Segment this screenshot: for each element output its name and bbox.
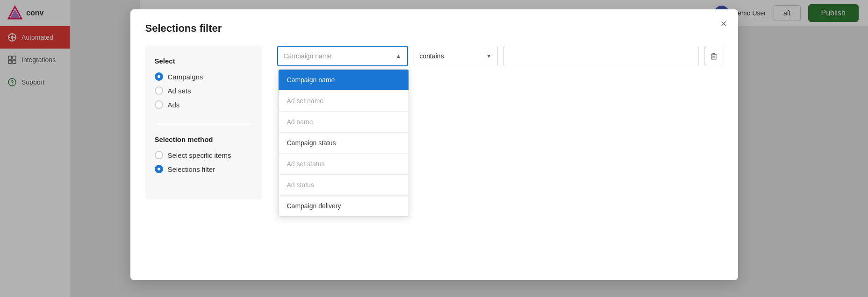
- dropdown-item-ad-set-name[interactable]: Ad set name: [279, 91, 409, 112]
- filter-row: Campaign name ▲ Campaign name Ad set nam…: [277, 46, 723, 66]
- selection-method-section: Selection method Select specific items S…: [155, 135, 253, 173]
- dropdown-item-campaign-delivery[interactable]: Campaign delivery: [279, 196, 409, 216]
- field-dropdown-trigger[interactable]: Campaign name ▲ Campaign name Ad set nam…: [277, 46, 408, 66]
- radio-campaigns[interactable]: Campaigns: [155, 72, 253, 81]
- right-panel: Campaign name ▲ Campaign name Ad set nam…: [277, 46, 723, 199]
- modal-overlay: Selections filter × Select Campaigns: [0, 0, 868, 297]
- dropdown-item-ad-name[interactable]: Ad name: [279, 112, 409, 133]
- field-dropdown-placeholder: Campaign name: [284, 52, 332, 60]
- condition-dropdown[interactable]: contains ▼: [414, 46, 498, 66]
- divider: [155, 124, 253, 124]
- radio-ad-sets-label: Ad sets: [168, 87, 191, 95]
- modal-title: Selections filter: [145, 22, 723, 35]
- svg-rect-15: [710, 54, 717, 55]
- left-panel: Select Campaigns Ad sets: [145, 46, 262, 199]
- dropdown-item-ad-status[interactable]: Ad status: [279, 175, 409, 196]
- trash-icon: [710, 52, 717, 60]
- dropdown-item-ad-set-status[interactable]: Ad set status: [279, 154, 409, 175]
- radio-campaigns-label: Campaigns: [168, 73, 203, 81]
- filter-text-input[interactable]: [503, 46, 699, 66]
- svg-rect-14: [712, 53, 715, 54]
- dropdown-item-campaign-status[interactable]: Campaign status: [279, 133, 409, 154]
- radio-ads[interactable]: Ads: [155, 100, 253, 109]
- condition-chevron-icon: ▼: [487, 53, 492, 59]
- radio-filter-label: Selections filter: [168, 165, 215, 173]
- method-radio-group: Select specific items Selections filter: [155, 151, 253, 173]
- radio-specific-label: Select specific items: [168, 151, 231, 159]
- radio-ads-label: Ads: [168, 101, 180, 109]
- select-section: Select Campaigns Ad sets: [155, 57, 253, 109]
- modal-close-button[interactable]: ×: [721, 19, 727, 29]
- modal-dialog: Selections filter × Select Campaigns: [130, 9, 738, 280]
- select-section-title: Select: [155, 57, 253, 65]
- radio-specific-items[interactable]: Select specific items: [155, 151, 253, 159]
- radio-ad-sets[interactable]: Ad sets: [155, 86, 253, 95]
- method-section-title: Selection method: [155, 135, 253, 143]
- radio-ad-sets-indicator: [155, 86, 163, 95]
- modal-body: Select Campaigns Ad sets: [145, 46, 723, 199]
- radio-filter-indicator: [155, 165, 163, 173]
- condition-value: contains: [420, 52, 444, 60]
- chevron-up-icon: ▲: [396, 53, 402, 59]
- radio-specific-indicator: [155, 151, 163, 159]
- radio-campaigns-indicator: [155, 72, 163, 81]
- dropdown-scroll-area[interactable]: Campaign name Ad set name Ad name Campai…: [279, 70, 409, 216]
- dropdown-item-campaign-name[interactable]: Campaign name: [279, 70, 409, 91]
- select-radio-group: Campaigns Ad sets Ads: [155, 72, 253, 109]
- delete-filter-button[interactable]: [704, 46, 723, 66]
- field-dropdown-menu: Campaign name Ad set name Ad name Campai…: [278, 69, 409, 217]
- radio-selections-filter[interactable]: Selections filter: [155, 165, 253, 173]
- radio-ads-indicator: [155, 100, 163, 109]
